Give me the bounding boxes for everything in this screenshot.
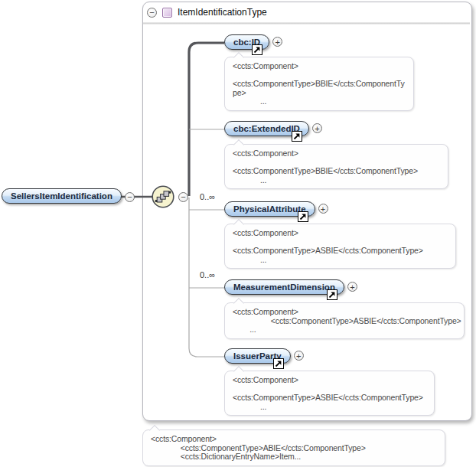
note-line: <ccts:Component> [233,149,440,158]
note-line: <ccts:Component> [233,376,426,385]
complex-type-icon [162,8,172,18]
annotation-note: <ccts:Component> <ccts:ComponentType>ASB… [224,302,465,339]
type-title-separator [143,22,470,24]
element-node-cbc-extendedid: cbc:ExtendedID + [224,121,309,136]
note-line: <ccts:ComponentType>ASBIE</ccts:Componen… [233,394,426,403]
collapse-icon[interactable]: − [147,8,157,18]
reference-arrow-icon[interactable] [273,358,284,369]
type-header: − ItemIdentificationType [147,7,267,18]
cardinality-label: 0..∞ [200,192,215,201]
element-sellersitemidentification[interactable]: SellersItemIdentification [2,188,122,204]
note-line: ... [233,176,440,185]
note-line: ... [233,97,406,106]
note-line: <ccts:ComponentType>ASBIE</ccts:Componen… [233,317,456,326]
note-line: ... [233,403,426,412]
schema-diagram: − ItemIdentificationType SellersItemIden… [0,0,476,467]
element-cbc-id[interactable]: cbc:ID [224,34,269,50]
note-line: <ccts:DictionaryEntryName>Item... [151,452,437,462]
expand-icon[interactable]: + [318,204,328,214]
collapse-icon[interactable]: − [178,192,188,202]
note-line: <ccts:ComponentType>BBIE</ccts:Component… [233,80,406,89]
root-element-node: SellersItemIdentification − [2,188,122,204]
element-node-measurementdimension: MeasurementDimension + [224,279,344,295]
collapse-icon[interactable]: − [125,192,135,202]
sequence-compositor[interactable]: − [152,185,174,208]
expand-icon[interactable]: + [312,123,322,133]
note-line: <ccts:ComponentType>ASBIE</ccts:Componen… [233,247,448,256]
element-node-physicalattribute: PhysicalAttribute + [224,201,315,217]
annotation-note: <ccts:Component> <ccts:ComponentType>BBI… [224,144,448,189]
note-line: ... [233,256,448,265]
note-line: <ccts:Component> [233,308,456,317]
note-line: <ccts:ComponentType>BBIE</ccts:Component… [233,167,440,176]
type-title: ItemIdentificationType [178,7,267,18]
reference-arrow-icon[interactable] [327,289,337,300]
note-line: <ccts:Component> [233,229,448,238]
reference-arrow-icon[interactable] [292,131,302,142]
annotation-note: <ccts:Component> <ccts:ComponentType>BBI… [224,57,414,111]
expand-icon[interactable]: + [347,282,357,292]
element-node-issuerparty: IssuerParty + [224,348,291,364]
cardinality-label: 0..∞ [200,270,215,279]
expand-icon[interactable]: + [294,351,304,361]
reference-arrow-icon[interactable] [252,44,262,55]
annotation-note: <ccts:Component> <ccts:ComponentType>ASB… [224,371,435,416]
type-annotation-note: <ccts:Component> <ccts:ComponentType>ABI… [142,429,445,466]
note-line: <ccts:Component> [151,435,437,444]
element-node-cbc-id: cbc:ID + [224,34,269,50]
note-line: <ccts:Component> [233,62,406,71]
annotation-note: <ccts:Component> <ccts:ComponentType>ASB… [224,224,456,269]
sequence-compositor-icon [152,185,174,208]
reference-arrow-icon[interactable] [298,211,308,222]
note-line: ... [233,325,456,335]
